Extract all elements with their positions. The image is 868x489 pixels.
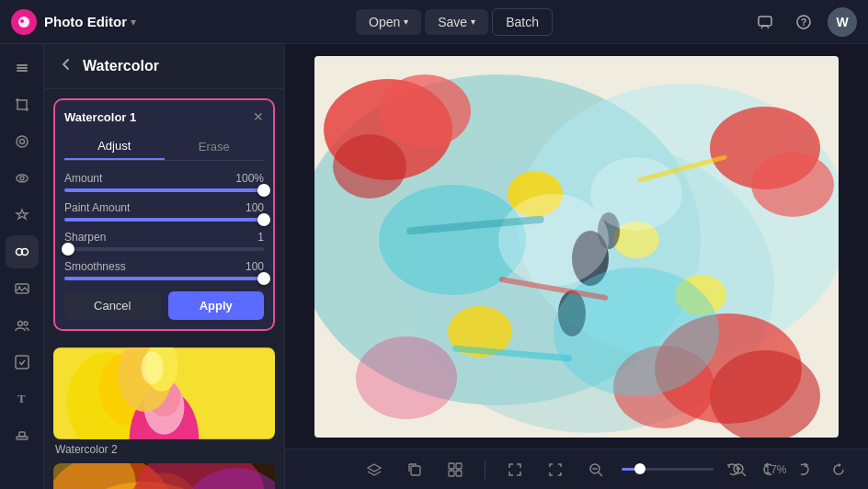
svg-rect-5 [17, 64, 28, 66]
fullscreen-button[interactable] [500, 455, 530, 484]
adjust-icon-button[interactable] [6, 125, 39, 158]
svg-point-46 [751, 153, 834, 217]
svg-text:?: ? [801, 17, 807, 28]
crop-icon-button[interactable] [6, 88, 39, 121]
bottom-bar: 17% [285, 449, 868, 489]
svg-line-72 [599, 472, 602, 476]
canvas-wrapper [285, 44, 868, 449]
svg-text:T: T [17, 392, 26, 405]
svg-rect-67 [449, 463, 454, 469]
copy-bottom-icon-button[interactable] [400, 455, 429, 484]
app-title: Photo Editor [44, 14, 127, 29]
chat-icon-button[interactable] [750, 7, 780, 37]
filter-card-name: Watercolor 1 [64, 110, 136, 124]
tab-erase[interactable]: Erase [165, 133, 265, 160]
tab-adjust[interactable]: Adjust [64, 133, 165, 160]
people-icon-button[interactable] [6, 309, 39, 342]
svg-point-44 [333, 134, 406, 199]
smoothness-value: 100 [246, 260, 264, 273]
svg-rect-2 [759, 17, 771, 26]
zoom-out-button[interactable] [581, 455, 611, 484]
main-layout: T Watercolor Watercolor 1 ✕ Adjust Erase [0, 44, 868, 489]
gallery-icon-button[interactable] [6, 272, 39, 305]
svg-rect-7 [17, 70, 28, 72]
open-chevron-icon: ▾ [404, 17, 408, 27]
undo-button[interactable] [754, 455, 783, 484]
layers-bottom-icon-button[interactable] [360, 455, 389, 484]
svg-point-61 [590, 157, 682, 231]
svg-point-60 [498, 194, 609, 286]
smoothness-label: Smoothness [64, 260, 126, 273]
sharpen-value: 1 [257, 231, 264, 244]
icon-sidebar: T [0, 44, 44, 489]
layers-icon-button[interactable] [6, 51, 39, 85]
sharpen-slider-row: Sharpen 1 [64, 231, 264, 251]
reset-button[interactable] [824, 455, 853, 484]
svg-point-11 [20, 176, 24, 180]
undo-history-button[interactable] [719, 455, 748, 484]
watercolor2-thumb[interactable]: Watercolor 2 [53, 347, 275, 456]
thumbnail-list: Watercolor 2 Watercolor 3 [44, 340, 284, 489]
user-avatar[interactable]: W [828, 7, 857, 37]
svg-point-1 [20, 19, 24, 23]
svg-point-17 [24, 322, 28, 325]
watercolor2-label: Watercolor 2 [53, 443, 275, 456]
canvas-image [314, 56, 839, 438]
app-logo [11, 9, 37, 35]
panel-header: Watercolor [44, 44, 284, 89]
svg-rect-21 [19, 432, 25, 437]
svg-rect-6 [17, 67, 28, 69]
help-icon-button[interactable]: ? [789, 7, 818, 37]
app-chevron-icon: ▾ [131, 16, 136, 28]
filter-card: Watercolor 1 ✕ Adjust Erase Amount 100% [53, 98, 275, 331]
amount-value: 100% [235, 172, 264, 185]
apply-button[interactable]: Apply [168, 291, 265, 320]
topbar-right: ? W [750, 7, 857, 37]
watercolor3-thumb-image [53, 463, 275, 489]
svg-point-10 [17, 175, 28, 182]
svg-point-16 [17, 322, 22, 326]
text-icon-button[interactable]: T [6, 382, 39, 415]
filter-tabs: Adjust Erase [64, 133, 264, 161]
svg-point-58 [554, 267, 719, 396]
filter-actions: Cancel Apply [64, 291, 264, 320]
canvas-area: 17% [285, 44, 868, 489]
svg-point-0 [18, 17, 29, 28]
filter-close-button[interactable]: ✕ [253, 109, 264, 124]
svg-point-30 [142, 351, 164, 384]
panel-back-button[interactable] [57, 55, 75, 77]
watercolor2-thumb-image [53, 347, 275, 439]
watercolor3-thumb[interactable]: Watercolor 3 [53, 463, 275, 489]
svg-rect-68 [456, 463, 462, 469]
amount-slider-row: Amount 100% [64, 172, 264, 192]
panel-title: Watercolor [83, 58, 159, 74]
effects-panel: Watercolor Watercolor 1 ✕ Adjust Erase A… [44, 44, 285, 489]
batch-button[interactable]: Batch [492, 8, 553, 36]
cutout-icon-button[interactable] [6, 346, 39, 379]
paint-amount-value: 100 [246, 201, 264, 214]
grid-bottom-icon-button[interactable] [440, 455, 470, 484]
save-button[interactable]: Save ▾ [425, 9, 488, 35]
fit-screen-button[interactable] [541, 455, 570, 484]
svg-rect-66 [411, 466, 420, 475]
svg-rect-70 [456, 471, 462, 476]
svg-rect-69 [449, 471, 454, 476]
eye-icon-button[interactable] [6, 162, 39, 195]
svg-rect-18 [16, 356, 29, 369]
paint-amount-slider-row: Paint Amount 100 [64, 201, 264, 222]
paint-amount-label: Paint Amount [64, 201, 130, 214]
stamp-icon-button[interactable] [6, 419, 39, 452]
cancel-button[interactable]: Cancel [64, 291, 161, 320]
redo-button[interactable] [789, 455, 818, 484]
effects-icon-button[interactable] [6, 235, 39, 268]
svg-point-9 [17, 136, 28, 147]
sharpen-label: Sharpen [64, 231, 106, 244]
open-button[interactable]: Open ▾ [356, 9, 421, 35]
svg-point-8 [19, 140, 24, 144]
zoom-slider[interactable] [622, 468, 714, 471]
svg-point-43 [379, 74, 471, 148]
smoothness-slider-row: Smoothness 100 [64, 260, 264, 280]
svg-point-36 [53, 463, 136, 489]
amount-label: Amount [64, 172, 102, 185]
magic-icon-button[interactable] [6, 199, 39, 232]
